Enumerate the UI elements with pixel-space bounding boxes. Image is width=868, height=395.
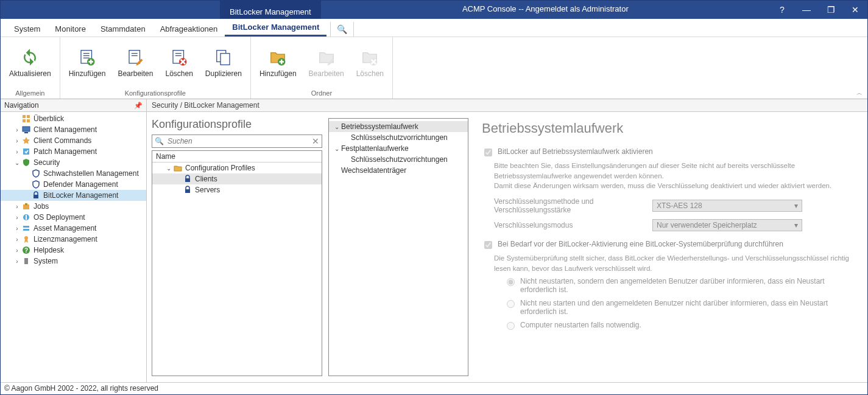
menu-tab-bitlocker-management[interactable]: BitLocker Management xyxy=(225,19,326,37)
nav-item-defender-management[interactable]: Defender Management xyxy=(1,179,146,190)
nav-item-jobs[interactable]: ›Jobs xyxy=(1,201,146,212)
encryption-mode-value: Nur verwendeter Speicherplatz xyxy=(657,221,757,229)
nav-item-helpdesk[interactable]: ›?Helpdesk xyxy=(1,245,146,256)
menu-tab-system[interactable]: System xyxy=(7,21,48,37)
navigation-title: Navigation xyxy=(4,101,39,110)
expand-icon[interactable]: ⌄ xyxy=(333,145,341,152)
nav-item-lizenzmanagement[interactable]: ›Lizenzmanagement xyxy=(1,234,146,245)
close-button[interactable]: ✕ xyxy=(843,1,867,18)
nav-item-schwachstellen-management[interactable]: Schwachstellen Management xyxy=(1,168,146,179)
profiles-search-input[interactable] xyxy=(166,136,312,146)
breadcrumb: Security / BitLocker Management xyxy=(147,99,867,112)
license-icon xyxy=(21,234,31,244)
expand-icon[interactable]: ⌄ xyxy=(13,159,21,166)
expand-icon[interactable]: › xyxy=(13,214,21,221)
clear-search-icon[interactable]: ✕ xyxy=(312,136,319,146)
drive-node-schl-sselschutzvorrichtungen[interactable]: Schlüsselschutzvorrichtungen xyxy=(329,132,468,143)
nav-item-os-deployment[interactable]: ›OS Deployment xyxy=(1,212,146,223)
svg-rect-33 xyxy=(25,203,27,205)
ribbon-search-button[interactable]: 🔍 xyxy=(330,22,354,37)
nav-item-bitlocker-management[interactable]: BitLocker Management xyxy=(1,190,146,201)
svg-rect-36 xyxy=(23,226,29,228)
expand-icon[interactable]: ⌄ xyxy=(333,124,341,130)
profile-item-clients[interactable]: Clients xyxy=(152,173,322,184)
encryption-method-value: XTS-AES 128 xyxy=(657,201,702,210)
nav-item-client-management[interactable]: ›Client Management xyxy=(1,124,146,135)
nav-item-asset-management[interactable]: ›Asset Management xyxy=(1,223,146,234)
menu-tab-monitore[interactable]: Monitore xyxy=(48,21,93,37)
restart-option-0[interactable]: Nicht neustarten, sondern den angemeldet… xyxy=(504,277,855,294)
svg-rect-43 xyxy=(185,189,190,193)
activate-bitlocker-checkbox[interactable]: BitLocker auf Betriebssystemlaufwerk akt… xyxy=(482,147,855,158)
activate-bitlocker-label: BitLocker auf Betriebssystemlaufwerk akt… xyxy=(498,147,653,156)
add-profile-button[interactable]: Hinzufügen xyxy=(63,45,112,80)
jobs-icon xyxy=(21,201,31,211)
add-folder-button[interactable]: Hinzufügen xyxy=(253,45,303,80)
refresh-button[interactable]: Aktualisieren xyxy=(3,45,57,80)
delete-folder-button: Löschen xyxy=(350,45,390,80)
edit-profile-icon xyxy=(125,47,145,67)
grid-icon xyxy=(21,114,31,124)
menu-tab-stammdaten[interactable]: Stammdaten xyxy=(93,21,153,37)
encryption-method-label: Verschlüsselungsmethode und Verschlüssel… xyxy=(494,197,652,214)
ribbon-group-label: Konfigurationsprofile xyxy=(63,88,248,99)
svg-rect-30 xyxy=(23,149,29,155)
expand-icon[interactable]: › xyxy=(13,258,21,265)
minimize-button[interactable]: — xyxy=(794,1,819,18)
encryption-mode-select[interactable]: Nur verwendeter Speicherplatz ▾ xyxy=(652,219,802,231)
lock-icon xyxy=(183,185,192,195)
pin-icon[interactable]: 📌 xyxy=(134,102,143,110)
drive-node-wechseldatentr-ger[interactable]: Wechseldatenträger xyxy=(329,165,468,176)
lock-icon xyxy=(31,191,41,200)
edit-folder-icon xyxy=(317,47,336,67)
delete-profile-icon xyxy=(169,47,189,67)
expand-icon[interactable]: › xyxy=(13,225,21,232)
nav-item-client-commands[interactable]: ›Client Commands xyxy=(1,135,146,146)
delete-profile-button[interactable]: Löschen xyxy=(159,45,199,80)
expand-icon[interactable]: › xyxy=(13,127,21,133)
edit-profile-button[interactable]: Bearbeiten xyxy=(111,45,159,80)
profiles-name-column[interactable]: Name xyxy=(152,151,322,163)
restart-option-2[interactable]: Computer neustarten falls notwendig. xyxy=(504,321,855,330)
expand-icon[interactable]: › xyxy=(13,247,21,254)
svg-rect-25 xyxy=(27,115,30,118)
nav-item-security[interactable]: ⌄Security xyxy=(1,157,146,168)
lock-icon xyxy=(183,174,192,184)
svg-rect-35 xyxy=(26,215,27,220)
restart-option-1[interactable]: Nicht neu starten und den angemeldeten B… xyxy=(504,299,855,316)
expand-icon[interactable]: › xyxy=(13,138,21,144)
client-icon xyxy=(21,125,31,135)
nav-item-patch-management[interactable]: ›Patch Management xyxy=(1,146,146,157)
activate-note: Bitte beachten Sie, dass Einstellungsänd… xyxy=(494,161,855,191)
svg-rect-42 xyxy=(185,178,190,182)
maximize-button[interactable]: ❐ xyxy=(819,1,843,18)
system-check-checkbox[interactable]: Bei Bedarf vor der BitLocker-Aktivierung… xyxy=(482,240,855,251)
expand-icon[interactable]: ⌄ xyxy=(164,165,173,172)
commands-icon xyxy=(21,136,31,145)
refresh-icon xyxy=(20,47,40,67)
system-icon xyxy=(21,256,31,266)
expand-icon[interactable]: › xyxy=(13,203,21,210)
profiles-heading: Konfigurationsprofile xyxy=(152,118,322,131)
search-icon: 🔍 xyxy=(155,137,164,145)
nav-item-system[interactable]: ›System xyxy=(1,256,146,267)
duplicate-profile-button[interactable]: Duplizieren xyxy=(199,45,248,80)
encryption-mode-label: Verschlüsselungsmodus xyxy=(494,221,652,229)
expand-icon[interactable]: › xyxy=(13,236,21,243)
profiles-search[interactable]: 🔍 ✕ xyxy=(152,135,322,148)
ribbon-collapse-icon[interactable]: ︿ xyxy=(856,89,863,97)
context-tab: BitLocker Management xyxy=(220,1,321,19)
encryption-method-select[interactable]: XTS-AES 128 ▾ xyxy=(652,200,802,212)
menu-tab-abfrageaktionen[interactable]: Abfrageaktionen xyxy=(153,21,225,37)
svg-rect-27 xyxy=(27,119,30,122)
drive-node-schl-sselschutzvorrichtungen[interactable]: Schlüsselschutzvorrichtungen xyxy=(329,154,468,165)
nav-item-überblick[interactable]: Überblick xyxy=(1,113,146,124)
drive-node-betriebssystemlaufwerk[interactable]: ⌄Betriebssystemlaufwerk xyxy=(329,121,468,132)
expand-icon[interactable]: › xyxy=(13,149,21,155)
svg-rect-24 xyxy=(23,115,26,118)
drive-node-festplattenlaufwerke[interactable]: ⌄Festplattenlaufwerke xyxy=(329,143,468,154)
profile-item-configuration-profiles[interactable]: ⌄Configuration Profiles xyxy=(152,163,322,173)
help-icon[interactable]: ? xyxy=(770,1,794,18)
navigation-panel: Navigation 📌 Überblick›Client Management… xyxy=(1,99,147,382)
profile-item-servers[interactable]: Servers xyxy=(152,184,322,195)
